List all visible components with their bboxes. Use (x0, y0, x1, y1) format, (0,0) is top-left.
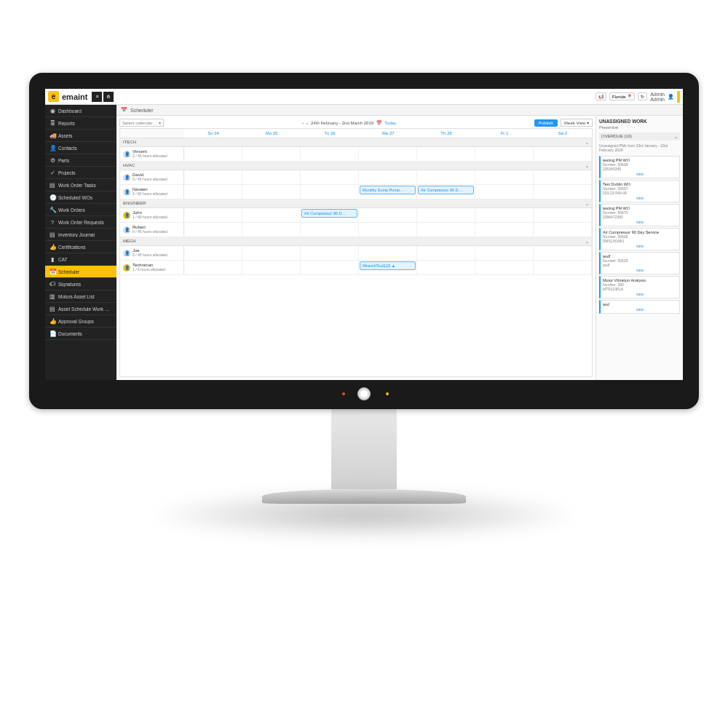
schedule-cell[interactable] (301, 223, 359, 237)
overdue-toggle[interactable]: OVERDUE (16) ⌄ (599, 132, 680, 141)
unassigned-card[interactable]: testing PM WONumber: 506702396472365view (599, 204, 680, 226)
sidebar-item-reports[interactable]: ≣Reports (45, 117, 116, 130)
unassigned-card[interactable]: testing PM WONumber: 50669235345345view (599, 156, 680, 178)
schedule-cell[interactable] (301, 185, 359, 199)
schedule-cell[interactable] (242, 261, 301, 274)
card-view-link[interactable]: view (603, 244, 677, 248)
schedule-cell[interactable] (242, 208, 301, 222)
schedule-cell[interactable] (301, 261, 359, 274)
card-view-link[interactable]: view (603, 172, 677, 176)
announce-button[interactable]: 📢 (596, 92, 606, 100)
schedule-cell[interactable] (184, 170, 242, 184)
sidebar-item-approval-groups[interactable]: 👍Approval Groups (45, 315, 116, 328)
location-selector[interactable]: Florida 📍 (609, 92, 635, 100)
card-view-link[interactable]: view (603, 268, 677, 272)
schedule-cell[interactable] (359, 147, 417, 161)
user-badge[interactable]: Admin Admin (650, 92, 665, 102)
card-view-link[interactable]: view (603, 307, 677, 312)
sidebar-item-cat[interactable]: ▮CAT (45, 253, 116, 266)
schedule-cell[interactable] (475, 208, 534, 222)
today-button[interactable]: Today (384, 121, 396, 125)
schedule-cell[interactable] (417, 170, 475, 184)
unassigned-card[interactable]: Test Dublin WONumber: 50697023-23-540-09… (599, 180, 680, 202)
calendar-select[interactable]: Select calendar… ▾ (119, 119, 164, 127)
schedule-cell[interactable] (184, 246, 242, 260)
sidebar-item-signatures[interactable]: 🏷Signatures (45, 278, 116, 290)
share-icon[interactable]: ⋔ (103, 92, 114, 102)
schedule-cell[interactable]: WrenchTool123 ▲ (359, 261, 417, 274)
schedule-cell[interactable] (475, 223, 534, 237)
resource-group-header[interactable]: HVAC⌄ (120, 162, 592, 170)
resource-cell[interactable]: 👤Robert0 / 45 hours allocated (120, 223, 184, 237)
schedule-cell[interactable] (475, 246, 534, 260)
schedule-cell[interactable] (359, 223, 417, 237)
schedule-cell[interactable] (534, 246, 592, 260)
sidebar-item-parts[interactable]: ⚙Parts (45, 154, 116, 167)
schedule-cell[interactable] (534, 147, 592, 161)
resource-cell[interactable]: 👤Joe0 / 45 hours allocated (120, 246, 184, 260)
sidebar-item-work-orders[interactable]: 🔧Work Orders (45, 204, 116, 216)
schedule-cell[interactable] (184, 223, 242, 237)
schedule-cell[interactable] (301, 246, 359, 260)
resource-group-header[interactable]: ENGINEER⌄ (120, 199, 592, 208)
resource-cell[interactable]: 👤John1 / 60 hours allocated (120, 208, 184, 222)
schedule-cell[interactable] (417, 208, 475, 222)
schedule-cell[interactable] (242, 223, 301, 237)
schedule-cell[interactable] (534, 223, 592, 237)
schedule-event[interactable]: WrenchTool123 ▲ (360, 261, 416, 270)
sidebar-item-asset-schedule-work-orders[interactable]: ▤Asset Schedule Work Orders (45, 303, 116, 315)
schedule-cell[interactable] (359, 208, 417, 222)
card-view-link[interactable]: view (603, 196, 677, 200)
unassigned-card[interactable]: asdfNumber: 50525asdfview (599, 252, 680, 274)
resource-cell[interactable]: 👤Technician1 / 6 hours allocated (120, 261, 184, 274)
schedule-cell[interactable] (184, 261, 242, 274)
resource-group-header[interactable]: ITECH⌄ (120, 138, 592, 147)
schedule-cell[interactable] (475, 261, 534, 274)
resource-cell[interactable]: 👤David0 / 45 hours allocated (120, 170, 184, 184)
schedule-cell[interactable] (301, 170, 359, 184)
schedule-cell[interactable] (359, 170, 417, 184)
schedule-cell[interactable] (184, 185, 242, 199)
sidebar-item-work-order-requests[interactable]: ?Work Order Requests (45, 216, 116, 229)
schedule-cell[interactable] (534, 185, 592, 199)
menu-icon[interactable]: ≡ (92, 92, 102, 102)
sidebar-item-inventory-journal[interactable]: ▤Inventory Journal (45, 229, 116, 241)
prev-week-button[interactable]: ‹ (302, 121, 304, 125)
schedule-cell[interactable] (475, 185, 534, 199)
schedule-cell[interactable]: Air Compressor 90 D… (301, 208, 359, 222)
schedule-cell[interactable]: Monthly Sump Pump… (359, 185, 417, 199)
resource-cell[interactable]: 👤Vincent0 / 45 hours allocated (120, 147, 184, 161)
schedule-cell[interactable] (184, 147, 242, 161)
resource-cell[interactable]: 👤Naveen2 / 60 hours allocated (120, 185, 184, 199)
schedule-cell[interactable] (417, 246, 475, 260)
schedule-cell[interactable] (475, 170, 534, 184)
unassigned-card[interactable]: Air Compressor 90 Day ServiceNumber: 506… (599, 228, 680, 250)
schedule-cell[interactable] (534, 208, 592, 222)
schedule-cell[interactable] (184, 208, 242, 222)
unassigned-card[interactable]: asdview (599, 300, 680, 314)
schedule-cell[interactable] (242, 147, 301, 161)
sidebar-item-dashboard[interactable]: ◉Dashboard (45, 105, 116, 117)
schedule-cell[interactable] (359, 246, 417, 260)
sidebar-item-motors-asset-list[interactable]: ▥Motors Asset List (45, 290, 116, 303)
view-selector[interactable]: Week View ▾ (561, 119, 593, 127)
publish-button[interactable]: Publish (534, 119, 558, 127)
schedule-cell[interactable]: Air Compressor 90 D… (417, 185, 475, 199)
sidebar-item-scheduled-wos[interactable]: 🕘Scheduled WOs (45, 191, 116, 204)
sidebar-item-certifications[interactable]: 👍Certifications (45, 241, 116, 253)
refresh-button[interactable]: ↻ (638, 92, 647, 100)
sidebar-item-projects[interactable]: ✓Projects (45, 167, 116, 179)
sidebar-item-documents[interactable]: 📄Documents (45, 328, 116, 340)
schedule-cell[interactable] (417, 223, 475, 237)
schedule-cell[interactable] (301, 147, 359, 161)
schedule-cell[interactable] (242, 246, 301, 260)
schedule-cell[interactable] (417, 261, 475, 274)
schedule-event[interactable]: Monthly Sump Pump… (360, 186, 416, 194)
schedule-event[interactable]: Air Compressor 90 D… (301, 209, 357, 218)
schedule-event[interactable]: Air Compressor 90 D… (418, 186, 474, 194)
sidebar-item-work-order-tasks[interactable]: ▤Work Order Tasks (45, 179, 116, 191)
schedule-cell[interactable] (242, 185, 301, 199)
schedule-cell[interactable] (534, 261, 592, 274)
next-week-button[interactable]: › (306, 121, 308, 125)
sidebar-item-assets[interactable]: 🚚Assets (45, 130, 116, 142)
